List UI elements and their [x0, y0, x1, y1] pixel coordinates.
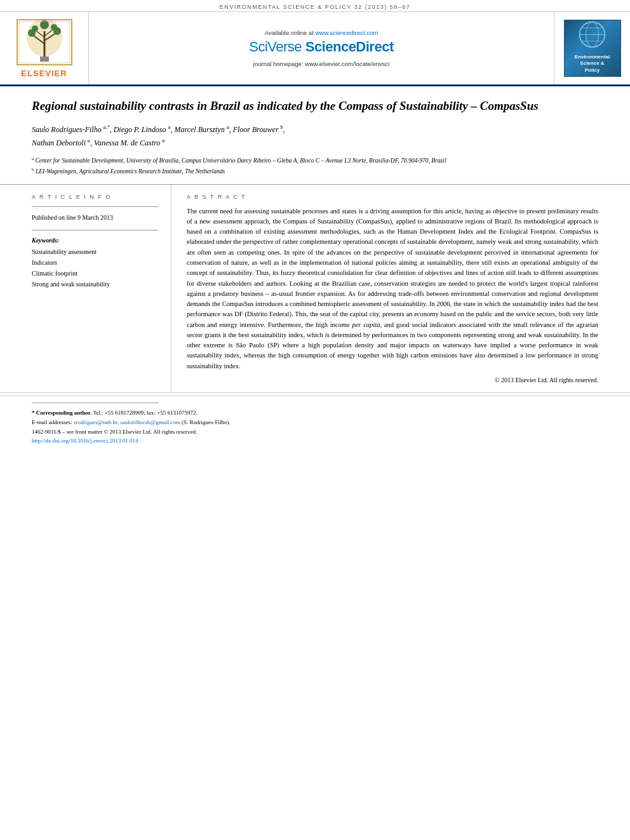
- elsevier-wordmark: ELSEVIER: [21, 69, 67, 78]
- keyword-3: Climatic footprint: [32, 268, 158, 279]
- doi-link[interactable]: http://dx.doi.org/10.1016/j.envsci.2013.…: [32, 437, 138, 444]
- journal-logo-box: EnvironmentalScience &Policy: [564, 20, 621, 77]
- globe-icon: [578, 20, 607, 49]
- divider-2: [32, 230, 158, 230]
- center-header: Available online at www.sciencedirect.co…: [89, 12, 554, 84]
- abstract-text: The current need for assessing sustainab…: [187, 206, 598, 371]
- affiliation-b: b LEI-Wageningen, Agricultural Economics…: [32, 166, 598, 176]
- keyword-2: Indicators: [32, 257, 158, 268]
- journal-homepage-text: journal homepage: www.elsevier.com/locat…: [253, 60, 389, 67]
- journal-logo-right: EnvironmentalScience &Policy: [554, 12, 630, 84]
- divider-1: [32, 206, 158, 207]
- email-line: E-mail addresses: srodrigues@unb.br, sau…: [32, 419, 231, 425]
- keyword-1: Sustainability assessment: [32, 246, 158, 257]
- license-line: 1462-9011/$ – see front matter © 2013 El…: [32, 429, 197, 435]
- email-link-2[interactable]: saulofilhocds@gmail.com: [120, 419, 180, 425]
- published-date: Published on line 9 March 2013: [32, 213, 158, 222]
- journal-bar-text: ENVIRONMENTAL SCIENCE & POLICY 32 (2013)…: [220, 4, 410, 10]
- available-online-text: Available online at www.sciencedirect.co…: [265, 29, 378, 36]
- left-column: A R T I C L E I N F O Published on line …: [32, 185, 171, 392]
- sciverse-logo-text: SciVerse ScienceDirect: [249, 39, 393, 55]
- journal-logo-box-label: EnvironmentalScience &Policy: [572, 51, 613, 76]
- tel-fax: Tel.: +55 6181728909; fax: +55 613107597…: [93, 410, 197, 416]
- copyright-text: © 2013 Elsevier Ltd. All rights reserved…: [187, 377, 598, 383]
- abstract-label: A B S T R A C T: [187, 194, 598, 200]
- header-section: ELSEVIER Available online at www.science…: [0, 12, 630, 86]
- email-link-1[interactable]: srodrigues@unb.br: [74, 419, 117, 425]
- keyword-4: Strong and weak sustainability: [32, 279, 158, 290]
- article-title-section: Regional sustainability contrasts in Bra…: [0, 86, 630, 185]
- authors: Saulo Rodrigues-Filho a,*, Diego P. Lind…: [32, 123, 598, 150]
- svg-rect-0: [40, 57, 49, 62]
- footnote-divider: [32, 403, 159, 403]
- right-column: A B S T R A C T The current need for ass…: [171, 185, 598, 392]
- affiliations: a Center for Sustainable Development, Un…: [32, 156, 598, 177]
- article-title: Regional sustainability contrasts in Bra…: [32, 98, 598, 114]
- svg-point-10: [51, 24, 57, 30]
- journal-bar: ENVIRONMENTAL SCIENCE & POLICY 32 (2013)…: [0, 0, 630, 12]
- article-info-label: A R T I C L E I N F O: [32, 194, 158, 200]
- footnote-text: * Corresponding author. Tel.: +55 618172…: [32, 408, 598, 446]
- svg-point-9: [32, 25, 38, 32]
- affiliation-a: a Center for Sustainable Development, Un…: [32, 156, 598, 165]
- elsevier-logo: ELSEVIER: [0, 12, 89, 84]
- elsevier-tree-icon: [16, 18, 73, 66]
- keywords-label: Keywords:: [32, 237, 158, 244]
- footer-section: * Corresponding author. Tel.: +55 618172…: [0, 396, 630, 455]
- two-col-section: A R T I C L E I N F O Published on line …: [0, 185, 630, 393]
